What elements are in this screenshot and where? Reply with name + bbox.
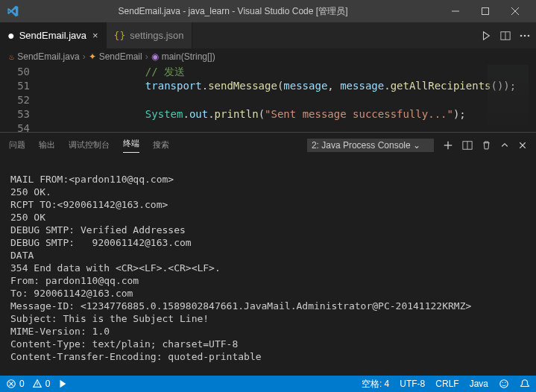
status-debug-start[interactable] [57, 379, 68, 389]
tab-label: SendEmail.java [19, 30, 86, 41]
svg-point-19 [500, 380, 508, 388]
code-editor[interactable]: 5051525354 // 发送 transport.sendMessage(m… [0, 65, 536, 132]
bottom-panel: 问题 输出 调试控制台 终端 搜索 2: Java Process Consol… [0, 132, 536, 376]
breadcrumb[interactable]: ♨ SendEmail.java › ✦ SendEmail › ◉ main(… [0, 48, 536, 65]
tab-actions [475, 22, 536, 48]
svg-point-20 [502, 382, 503, 383]
editor-tab-bar: ● SendEmail.java × {} settings.json [0, 22, 536, 48]
svg-rect-1 [482, 8, 489, 15]
status-eol[interactable]: CRLF [435, 379, 458, 389]
breadcrumb-file[interactable]: SendEmail.java [17, 51, 79, 62]
breadcrumb-method[interactable]: main(String[]) [162, 51, 215, 62]
class-icon: ✦ [89, 51, 96, 62]
method-icon: ◉ [151, 51, 159, 62]
run-icon[interactable] [481, 31, 491, 41]
chevron-up-icon[interactable] [500, 141, 509, 150]
chevron-right-icon: › [145, 51, 148, 62]
split-editor-icon[interactable] [500, 31, 511, 41]
status-spaces[interactable]: 空格: 4 [362, 378, 389, 391]
vscode-logo-icon [6, 4, 19, 18]
close-button[interactable] [500, 0, 530, 22]
warning-count: 0 [45, 379, 51, 389]
tab-sendemail[interactable]: ● SendEmail.java × [0, 22, 107, 48]
panel-tab-search[interactable]: 搜索 [153, 139, 169, 151]
svg-point-6 [520, 34, 523, 37]
chevron-right-icon: › [83, 51, 86, 62]
window-title: SendEmail.java - java_learn - Visual Stu… [25, 5, 441, 18]
panel-tab-debug[interactable]: 调试控制台 [69, 139, 110, 151]
code-content[interactable]: // 发送 transport.sendMessage(message, mes… [45, 65, 536, 132]
title-bar: SendEmail.java - java_learn - Visual Stu… [0, 0, 536, 22]
svg-point-21 [505, 382, 505, 383]
new-terminal-icon[interactable] [443, 140, 453, 151]
close-icon[interactable]: × [92, 30, 98, 41]
terminal-select-label: 2: Java Process Console [312, 140, 411, 151]
split-terminal-icon[interactable] [462, 140, 473, 151]
panel-tab-bar: 问题 输出 调试控制台 终端 搜索 2: Java Process Consol… [0, 133, 536, 157]
maximize-button[interactable] [470, 0, 500, 22]
minimize-button[interactable] [441, 0, 470, 22]
status-errors[interactable]: 0 [6, 379, 25, 389]
status-language[interactable]: Java [470, 379, 488, 389]
panel-tab-terminal[interactable]: 终端 [123, 138, 139, 153]
svg-point-7 [524, 34, 526, 37]
panel-tab-output[interactable]: 输出 [39, 139, 55, 151]
line-gutter: 5051525354 [0, 65, 45, 132]
trash-icon[interactable] [482, 140, 491, 151]
panel-tab-problems[interactable]: 问题 [9, 139, 25, 151]
close-panel-icon[interactable] [518, 141, 527, 150]
json-file-icon: {} [114, 30, 126, 41]
svg-point-8 [528, 34, 530, 37]
modified-dot-icon: ● [7, 29, 15, 42]
minimap[interactable] [488, 65, 529, 132]
status-encoding[interactable]: UTF-8 [400, 379, 425, 389]
status-warnings[interactable]: 0 [32, 379, 51, 389]
chevron-down-icon: ⌄ [413, 140, 420, 151]
tab-settings-json[interactable]: {} settings.json [107, 22, 192, 48]
breadcrumb-class[interactable]: SendEmail [99, 51, 142, 62]
error-count: 0 [19, 379, 25, 389]
more-icon[interactable] [520, 34, 530, 37]
java-file-icon: ♨ [9, 51, 14, 62]
notifications-icon[interactable] [520, 379, 530, 389]
terminal-output[interactable]: MAIL FROM:<pardon110@qq.com> 250 OK. RCP… [0, 157, 536, 376]
terminal-select[interactable]: 2: Java Process Console ⌄ [307, 139, 434, 152]
tab-label: settings.json [130, 30, 183, 41]
feedback-icon[interactable] [499, 379, 509, 389]
status-bar: 0 0 空格: 4 UTF-8 CRLF Java [0, 376, 536, 392]
